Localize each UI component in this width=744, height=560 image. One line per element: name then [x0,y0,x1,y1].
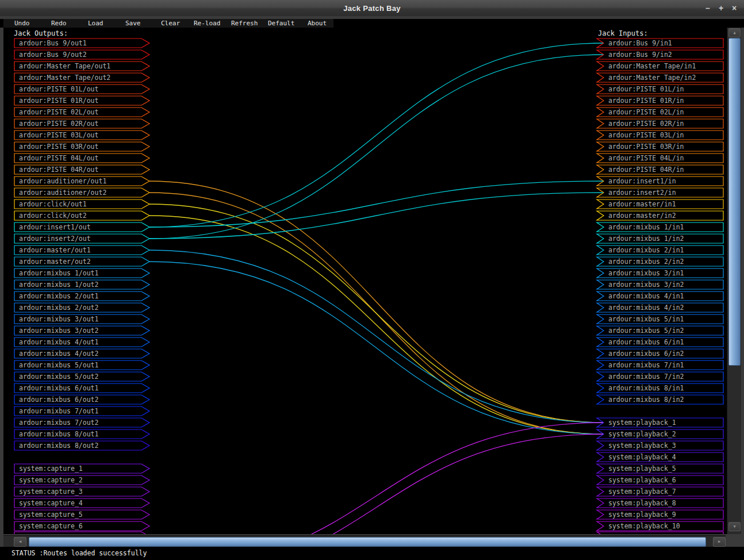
horizontal-scrollbar[interactable]: ◀ ▶ [3,535,726,547]
output-port[interactable]: system:capture_2 [14,475,149,485]
output-port[interactable]: ardour:master/out1 [14,246,149,255]
input-port[interactable]: ardour:mixbus 5/in1 [597,314,723,324]
menu-item-save[interactable]: Save [125,19,141,28]
output-port[interactable]: system:capture_4 [14,498,149,508]
maximize-icon[interactable]: + [717,0,725,16]
output-port[interactable]: system:capture_3 [14,487,149,496]
input-port[interactable] [597,532,723,534]
input-port[interactable]: ardour:master/in1 [597,200,723,209]
output-port[interactable]: ardour:auditioner/out1 [14,177,149,186]
input-port[interactable]: system:playback_10 [597,521,723,531]
output-port[interactable]: ardour:mixbus 3/out1 [14,314,149,324]
input-port[interactable]: ardour:mixbus 7/in1 [597,360,723,370]
input-port[interactable]: ardour:mixbus 6/in1 [597,337,723,347]
input-port[interactable]: ardour:mixbus 3/in2 [597,280,723,289]
output-port[interactable]: ardour:Bus 9/out1 [14,39,149,48]
output-port[interactable]: ardour:mixbus 7/out1 [14,406,149,416]
title-bar[interactable]: Jack Patch Bay – + × [0,0,744,17]
output-port[interactable]: ardour:mixbus 5/out2 [14,372,149,381]
input-port[interactable]: ardour:mixbus 2/in2 [597,257,723,266]
output-port[interactable]: ardour:auditioner/out2 [14,188,149,197]
input-port[interactable]: system:playback_9 [597,510,723,519]
output-port[interactable]: ardour:PISTE 02L/out [14,108,149,117]
output-port[interactable]: ardour:mixbus 1/out2 [14,280,149,289]
input-port[interactable]: system:playback_4 [597,452,723,462]
output-port[interactable]: ardour:mixbus 7/out2 [14,418,149,427]
menu-item-load[interactable]: Load [88,19,103,28]
input-port[interactable]: system:playback_2 [597,429,723,439]
input-port[interactable]: ardour:PISTE 01R/in [597,96,723,105]
input-port[interactable]: ardour:mixbus 1/in1 [597,223,723,232]
output-port[interactable]: ardour:PISTE 04R/out [14,165,149,174]
input-port[interactable]: ardour:Bus 9/in2 [597,50,723,59]
output-port[interactable]: ardour:mixbus 6/out1 [14,383,149,393]
horizontal-scrollbar-thumb[interactable] [29,537,706,547]
input-port[interactable]: ardour:mixbus 8/in1 [597,383,723,393]
output-port[interactable]: ardour:click/out2 [14,211,149,220]
output-port[interactable]: system:capture_6 [14,521,149,531]
vertical-scrollbar[interactable]: ▲ ▼ [727,28,741,534]
input-port[interactable]: ardour:mixbus 6/in2 [597,349,723,358]
input-port[interactable]: system:playback_1 [597,418,723,427]
output-port[interactable]: ardour:PISTE 04L/out [14,154,149,163]
menu-item-redo[interactable]: Redo [51,19,67,28]
output-port[interactable]: ardour:Master Tape/out1 [14,62,149,71]
input-port[interactable]: ardour:Master Tape/in1 [597,62,723,71]
input-port[interactable]: ardour:Master Tape/in2 [597,73,723,82]
input-port[interactable]: system:playback_5 [597,464,723,473]
input-port[interactable]: ardour:mixbus 4/in2 [597,303,723,312]
input-port[interactable]: system:playback_8 [597,498,723,508]
output-port[interactable]: ardour:click/out1 [14,200,149,209]
input-port[interactable]: ardour:mixbus 5/in2 [597,326,723,335]
input-port[interactable]: ardour:mixbus 2/in1 [597,246,723,255]
input-port[interactable]: ardour:insert1/in [597,177,723,186]
output-port[interactable]: ardour:PISTE 03L/out [14,131,149,140]
output-port[interactable]: ardour:mixbus 5/out1 [14,360,149,370]
output-port[interactable]: ardour:insert2/out [14,234,149,243]
menu-item-refresh[interactable]: Refresh [231,19,258,28]
menu-item-re-load[interactable]: Re-load [194,19,220,28]
input-port[interactable]: ardour:PISTE 04L/in [597,154,723,163]
output-port[interactable]: ardour:Bus 9/out2 [14,50,149,59]
output-port[interactable]: system:capture_5 [14,510,149,519]
output-port[interactable]: ardour:mixbus 8/out1 [14,429,149,439]
input-port[interactable]: system:playback_3 [597,441,723,450]
input-port[interactable]: ardour:PISTE 03L/in [597,131,723,140]
minimize-icon[interactable]: – [704,0,712,16]
input-port[interactable]: ardour:insert2/in [597,188,723,197]
output-port[interactable]: ardour:PISTE 01R/out [14,96,149,105]
output-port[interactable]: ardour:PISTE 02R/out [14,119,149,128]
output-port[interactable]: ardour:mixbus 2/out2 [14,303,149,312]
output-port[interactable]: ardour:Master Tape/out2 [14,73,149,82]
input-port[interactable]: ardour:mixbus 1/in2 [597,234,723,243]
input-port[interactable]: ardour:PISTE 01L/in [597,85,723,94]
menu-item-undo[interactable]: Undo [14,19,30,28]
input-port[interactable]: ardour:mixbus 7/in2 [597,372,723,381]
input-port[interactable]: ardour:mixbus 3/in1 [597,269,723,278]
input-port[interactable]: ardour:PISTE 02R/in [597,119,723,128]
input-port[interactable]: ardour:Bus 9/in1 [597,39,723,48]
scroll-up-icon[interactable]: ▲ [728,28,741,37]
output-port[interactable]: ardour:PISTE 01L/out [14,85,149,94]
scroll-down-icon[interactable]: ▼ [728,522,741,531]
output-port[interactable]: system:capture_1 [14,464,149,473]
output-port[interactable] [14,532,149,534]
output-port[interactable]: ardour:master/out2 [14,257,149,266]
scroll-left-icon[interactable]: ◀ [14,537,26,547]
input-port[interactable]: ardour:PISTE 03R/in [597,142,723,151]
input-port[interactable]: ardour:PISTE 02L/in [597,108,723,117]
output-port[interactable]: ardour:mixbus 1/out1 [14,269,149,278]
output-port[interactable]: ardour:mixbus 3/out2 [14,326,149,335]
output-port[interactable]: ardour:mixbus 4/out2 [14,349,149,358]
output-port[interactable]: ardour:mixbus 4/out1 [14,337,149,347]
output-port[interactable]: ardour:insert1/out [14,223,149,232]
input-port[interactable]: ardour:mixbus 8/in2 [597,395,723,404]
output-port[interactable]: ardour:mixbus 2/out1 [14,291,149,301]
scroll-right-icon[interactable]: ▶ [713,537,726,547]
input-port[interactable]: ardour:master/in2 [597,211,723,220]
input-port[interactable]: ardour:mixbus 4/in1 [597,291,723,301]
close-icon[interactable]: × [730,0,738,16]
menu-item-default[interactable]: Default [268,19,294,28]
vertical-scrollbar-thumb[interactable] [728,38,741,366]
output-port[interactable]: ardour:mixbus 6/out2 [14,395,149,404]
